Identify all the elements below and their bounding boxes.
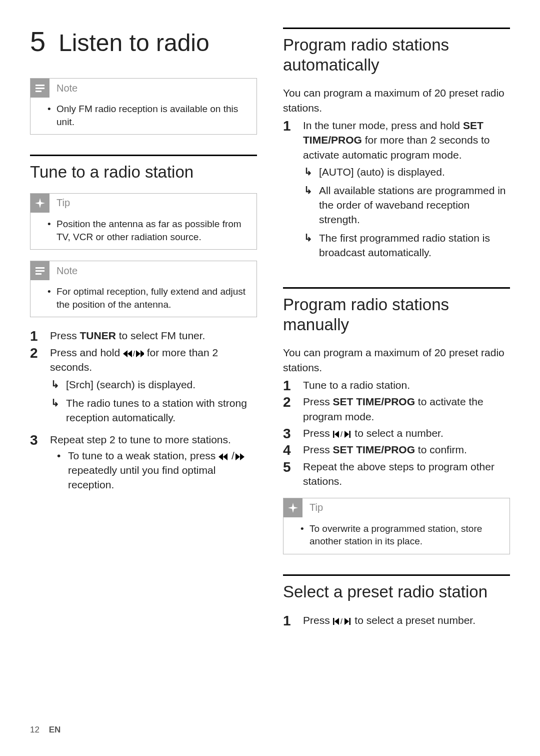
tip-text: Position the antenna as far as possible … bbox=[50, 218, 248, 243]
tip-label: Tip bbox=[56, 197, 70, 209]
svg-marker-10 bbox=[140, 350, 144, 357]
svg-rect-2 bbox=[36, 91, 42, 92]
tip-icon bbox=[30, 194, 50, 213]
rewind-icon bbox=[218, 453, 228, 460]
section-title-select: Select a preset radio station bbox=[283, 582, 510, 602]
fastforward-icon bbox=[234, 453, 244, 460]
svg-text:/: / bbox=[133, 350, 135, 357]
tip-text: To overwrite a programmed station, store… bbox=[302, 522, 502, 548]
manual-intro: You can program a maximum of 20 preset r… bbox=[283, 345, 510, 375]
step-2: Press and hold / for more than 2 seconds… bbox=[30, 345, 257, 432]
section-rule bbox=[283, 574, 510, 576]
svg-rect-15 bbox=[333, 431, 334, 438]
auto-step-1-result-3: The first programmed radio station is br… bbox=[303, 231, 510, 264]
svg-marker-23 bbox=[344, 618, 349, 625]
svg-marker-11 bbox=[218, 453, 223, 460]
svg-text:/: / bbox=[340, 431, 342, 438]
svg-marker-18 bbox=[344, 431, 349, 438]
page-footer: 12 EN bbox=[30, 725, 60, 735]
note-text: Only FM radio reception is available on … bbox=[50, 103, 248, 128]
note-box: Note Only FM radio reception is availabl… bbox=[30, 78, 257, 135]
manual-steps: Tune to a radio station. Press SET TIME/… bbox=[283, 378, 510, 491]
svg-marker-12 bbox=[223, 453, 228, 460]
svg-rect-3 bbox=[36, 267, 44, 269]
svg-rect-4 bbox=[36, 270, 44, 272]
section-rule bbox=[30, 155, 257, 156]
skip-prev-next-icon: / bbox=[333, 431, 352, 438]
note-icon bbox=[30, 79, 50, 98]
step-2-result-2: The radio tunes to a station with strong… bbox=[50, 396, 257, 429]
tune-steps: Press TUNER to select FM tuner. Press an… bbox=[30, 328, 257, 497]
svg-marker-16 bbox=[334, 431, 339, 438]
tip-box: Tip Position the antenna as far as possi… bbox=[30, 193, 257, 250]
auto-step-1-result-2: All available stations are programmed in… bbox=[303, 184, 510, 231]
chapter-title: Listen to radio bbox=[58, 31, 210, 55]
rewind-fastforward-icon: / bbox=[123, 350, 144, 357]
step-3-sub: To tune to a weak station, press / repea… bbox=[50, 449, 257, 495]
tip-icon bbox=[284, 498, 302, 517]
manual-step-1: Tune to a radio station. bbox=[283, 378, 510, 394]
page-lang: EN bbox=[49, 725, 61, 734]
svg-rect-24 bbox=[349, 618, 350, 625]
svg-marker-14 bbox=[240, 453, 244, 460]
section-rule bbox=[283, 287, 510, 289]
select-steps: Press / to select a preset number. bbox=[283, 613, 510, 629]
auto-step-1: In the tuner mode, press and hold SET TI… bbox=[283, 118, 510, 267]
svg-marker-13 bbox=[236, 453, 240, 460]
svg-rect-20 bbox=[333, 618, 334, 625]
note-label: Note bbox=[56, 265, 78, 277]
tip-box: Tip To overwrite a programmed station, s… bbox=[283, 498, 510, 554]
manual-step-2: Press SET TIME/PROG to activate the prog… bbox=[283, 394, 510, 426]
auto-step-1-result-1: [AUTO] (auto) is displayed. bbox=[303, 165, 510, 184]
section-title-tune: Tune to a radio station bbox=[30, 162, 257, 182]
svg-marker-21 bbox=[334, 618, 339, 625]
chapter-number: 5 bbox=[30, 28, 46, 56]
section-title-manual: Program radio stations manually bbox=[283, 295, 510, 334]
note-label: Note bbox=[56, 83, 78, 94]
section-rule bbox=[283, 28, 510, 29]
manual-step-5: Repeat the above steps to program other … bbox=[283, 459, 510, 491]
step-3: Repeat step 2 to tune to more stations. … bbox=[30, 432, 257, 497]
svg-rect-5 bbox=[36, 273, 42, 275]
svg-marker-6 bbox=[123, 350, 128, 357]
auto-steps: In the tuner mode, press and hold SET TI… bbox=[283, 118, 510, 267]
manual-step-4: Press SET TIME/PROG to confirm. bbox=[283, 442, 510, 459]
svg-text:/: / bbox=[340, 618, 342, 625]
step-2-result-1: [Srch] (search) is displayed. bbox=[50, 378, 257, 396]
tip-label: Tip bbox=[310, 502, 323, 513]
svg-marker-7 bbox=[128, 350, 132, 357]
auto-intro: You can program a maximum of 20 preset r… bbox=[283, 86, 510, 115]
select-step-1: Press / to select a preset number. bbox=[283, 613, 510, 629]
page-number: 12 bbox=[30, 725, 40, 734]
manual-step-3: Press / to select a number. bbox=[283, 426, 510, 442]
svg-rect-19 bbox=[349, 431, 350, 438]
note-box: Note For optimal reception, fully extend… bbox=[30, 261, 257, 317]
chapter-heading: 5 Listen to radio bbox=[30, 28, 257, 56]
section-title-auto: Program radio stations automatically bbox=[283, 35, 510, 75]
note-text: For optimal reception, fully extend and … bbox=[50, 285, 248, 311]
svg-rect-1 bbox=[36, 88, 44, 89]
svg-marker-9 bbox=[136, 350, 140, 357]
step-1: Press TUNER to select FM tuner. bbox=[30, 328, 257, 345]
note-icon bbox=[30, 261, 50, 280]
skip-prev-next-icon: / bbox=[333, 618, 352, 625]
svg-rect-0 bbox=[36, 85, 44, 86]
